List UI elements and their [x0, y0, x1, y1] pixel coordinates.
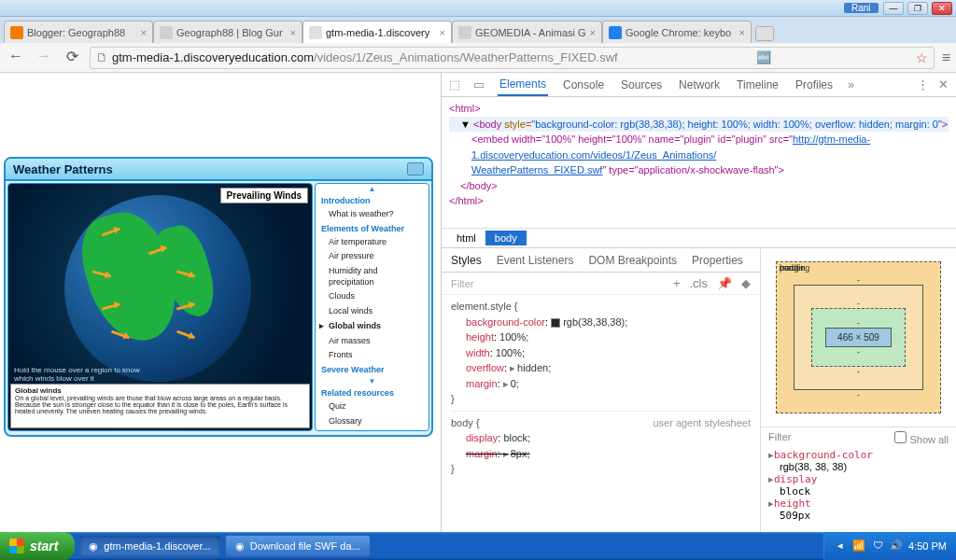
- inspect-icon[interactable]: ⬚: [449, 77, 460, 91]
- bookmark-star-icon[interactable]: ☆: [916, 50, 928, 65]
- css-rules[interactable]: element.style { background-color: rgb(38…: [442, 295, 760, 541]
- desc-body: On a global level, prevailing winds are …: [15, 395, 288, 414]
- clock[interactable]: 4:50 PM: [908, 540, 947, 552]
- translate-icon[interactable]: 🔤: [756, 50, 771, 64]
- tab-label: Geograph88 | Blog Gur: [176, 27, 283, 38]
- crumb-body[interactable]: body: [485, 231, 527, 245]
- html-end-tag: </html>: [449, 195, 484, 206]
- crumb-html[interactable]: html: [447, 231, 485, 245]
- network-icon[interactable]: 📶: [852, 539, 865, 553]
- url-input[interactable]: 🗋 gtm-media-1.discoveryeducation.com/vid…: [90, 47, 935, 69]
- tray-icon[interactable]: ◂: [834, 539, 847, 553]
- url-path: /videos/1/Zeus_Animations/WeatherPattern…: [314, 50, 618, 64]
- devtools-tab-timeline[interactable]: Timeline: [735, 75, 780, 95]
- menu-item[interactable]: Local winds: [316, 304, 429, 319]
- menu-section-elements[interactable]: Elements of Weather: [316, 222, 429, 235]
- scroll-up-icon[interactable]: ▲: [316, 184, 429, 194]
- tab-chrome-keyboard[interactable]: Google Chrome: keybo×: [602, 21, 752, 43]
- globe-hint-text: Hold the mouse over a region to know whi…: [14, 366, 145, 384]
- close-button[interactable]: ✕: [932, 2, 952, 15]
- styles-pane: Styles Event Listeners DOM Breakpoints P…: [442, 248, 760, 541]
- address-bar: ← → ⟳ 🗋 gtm-media-1.discoveryeducation.c…: [0, 43, 956, 73]
- devtools-tab-sources[interactable]: Sources: [619, 75, 664, 95]
- scroll-down-icon[interactable]: ▼: [316, 376, 429, 386]
- system-tray: ◂ 📶 🛡 🔊 4:50 PM: [823, 532, 956, 560]
- devtools-tab-console[interactable]: Console: [561, 75, 606, 95]
- minimize-button[interactable]: —: [883, 2, 904, 15]
- menu-section-intro[interactable]: Introduction: [316, 194, 429, 207]
- menu-item[interactable]: Air masses: [316, 334, 429, 349]
- menu-item[interactable]: Fronts: [316, 348, 429, 363]
- tab-label: Blogger: Geograph88: [27, 27, 125, 38]
- device-icon[interactable]: ▭: [473, 77, 485, 91]
- menu-item-selected[interactable]: Global winds: [316, 319, 429, 334]
- menu-item[interactable]: Glossary: [316, 414, 429, 429]
- reload-button[interactable]: ⟳: [62, 48, 82, 68]
- body-tag-row[interactable]: ▼ <body style="background-color: rgb(38,…: [449, 117, 949, 133]
- back-button[interactable]: ←: [6, 48, 26, 68]
- tab-blogger[interactable]: Blogger: Geograph88×: [4, 21, 153, 43]
- tab-label: GEOMEDIA - Animasi G: [475, 27, 586, 38]
- close-icon[interactable]: ×: [290, 27, 296, 38]
- menu-item[interactable]: Humidity and precipitation: [316, 264, 429, 289]
- shield-icon[interactable]: 🛡: [871, 539, 884, 553]
- globe-description: Global winds On a global level, prevaili…: [10, 384, 310, 428]
- pin-icon[interactable]: 📌: [717, 276, 732, 290]
- hover-icon[interactable]: ◆: [741, 276, 751, 290]
- menu-item[interactable]: Quiz: [316, 399, 429, 414]
- new-rule-icon[interactable]: +: [673, 276, 681, 290]
- subtab-properties[interactable]: Properties: [692, 254, 743, 267]
- tab-geomedia[interactable]: GEOMEDIA - Animasi G×: [452, 21, 602, 43]
- tab-geograph88[interactable]: Geograph88 | Blog Gur×: [153, 21, 302, 43]
- menu-section-related[interactable]: Related resources: [316, 386, 429, 399]
- tab-gtm-media[interactable]: gtm-media-1.discovery×: [302, 21, 452, 43]
- more-tabs-icon[interactable]: »: [848, 77, 854, 91]
- tab-label: Google Chrome: keybo: [626, 27, 731, 38]
- show-all-toggle[interactable]: Show all: [894, 431, 949, 445]
- forward-button[interactable]: →: [34, 48, 54, 68]
- menu-item[interactable]: Air temperature: [316, 235, 429, 250]
- close-icon[interactable]: ×: [440, 27, 445, 38]
- subtab-styles[interactable]: Styles: [451, 254, 482, 267]
- devtools-close-icon[interactable]: ✕: [938, 77, 949, 91]
- blogger-icon: [10, 26, 23, 39]
- browser-tabstrip: Blogger: Geograph88× Geograph88 | Blog G…: [0, 17, 956, 43]
- filter-input[interactable]: Filter: [451, 278, 473, 289]
- chrome-menu-button[interactable]: ≡: [942, 49, 950, 66]
- globe-overlay-label: Prevailing Winds: [220, 188, 308, 203]
- computed-styles: Filter Show all ▸background-color rgb(38…: [761, 427, 956, 541]
- menu-item[interactable]: Clouds: [316, 289, 429, 304]
- menu-item[interactable]: What is weather?: [316, 207, 429, 222]
- print-icon[interactable]: [407, 162, 424, 175]
- devtools-tab-profiles[interactable]: Profiles: [794, 75, 835, 95]
- show-all-checkbox[interactable]: [894, 431, 907, 443]
- close-icon[interactable]: ×: [739, 27, 745, 38]
- widget-menu: ▲ Introduction What is weather? Elements…: [315, 183, 429, 431]
- devtools-toolbar: ⬚ ▭ Elements Console Sources Network Tim…: [442, 73, 956, 97]
- devtools-tab-network[interactable]: Network: [677, 75, 722, 95]
- start-button[interactable]: start: [0, 532, 75, 560]
- volume-icon[interactable]: 🔊: [890, 539, 903, 553]
- taskbar-button-download[interactable]: ◉Download file SWF da...: [225, 535, 371, 557]
- color-swatch[interactable]: [551, 318, 560, 328]
- elements-tree[interactable]: <html> ▼ <body style="background-color: …: [442, 97, 956, 228]
- globe-canvas[interactable]: Prevailing Winds Hold the mouse over a r…: [7, 183, 313, 431]
- cls-toggle[interactable]: .cls: [690, 276, 709, 290]
- new-tab-button[interactable]: [755, 26, 774, 41]
- subtab-event-listeners[interactable]: Event Listeners: [497, 254, 574, 267]
- close-icon[interactable]: ×: [590, 27, 596, 38]
- maximize-button[interactable]: ❐: [907, 2, 928, 15]
- subtab-dom-breakpoints[interactable]: DOM Breakpoints: [588, 254, 677, 267]
- devtools-menu-icon[interactable]: ⋮: [917, 77, 929, 91]
- box-model[interactable]: margin- border- padding- 466 × 509 - - -: [761, 248, 956, 427]
- body-end-tag: </body>: [460, 180, 498, 191]
- embed-tag-row[interactable]: <embed width="100%" height="100%" name="…: [449, 132, 949, 178]
- computed-filter[interactable]: Filter: [768, 431, 791, 445]
- taskbar-button-chrome[interactable]: ◉gtm-media-1.discover...: [78, 535, 220, 557]
- windows-taskbar: start ◉gtm-media-1.discover... ◉Download…: [0, 532, 956, 560]
- menu-section-severe[interactable]: Severe Weather: [316, 363, 429, 376]
- chrome-icon: ◉: [235, 540, 245, 553]
- close-icon[interactable]: ×: [141, 27, 147, 38]
- menu-item[interactable]: Air pressure: [316, 249, 429, 264]
- devtools-tab-elements[interactable]: Elements: [498, 74, 548, 96]
